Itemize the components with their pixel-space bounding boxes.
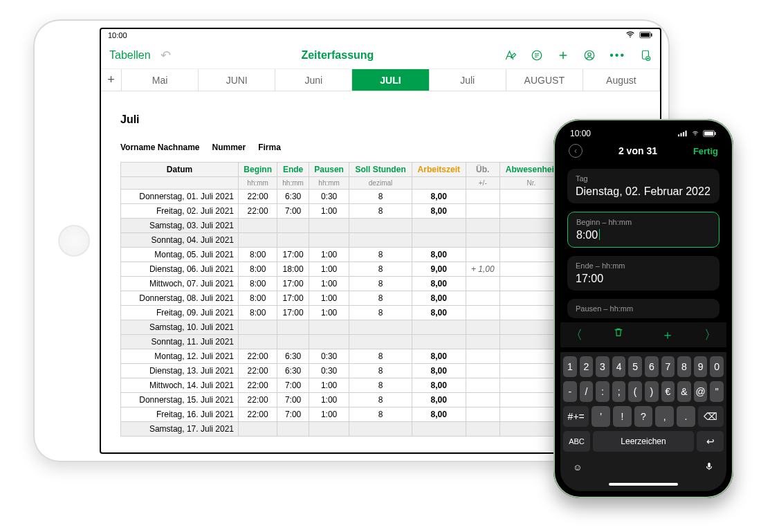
sheet-tab[interactable]: Juni xyxy=(275,69,352,91)
svg-rect-16 xyxy=(704,131,713,136)
battery-icon xyxy=(639,31,653,40)
key[interactable]: ) xyxy=(645,381,659,402)
share-icon[interactable] xyxy=(583,49,596,62)
field-ende[interactable]: Ende – hh:mm 17:00 xyxy=(567,256,719,291)
back-button[interactable]: Tabellen xyxy=(109,49,151,62)
th-ende: Ende xyxy=(277,163,309,177)
sheet-tab[interactable]: JULI xyxy=(352,69,429,91)
iphone-status-icons xyxy=(678,130,717,137)
th-pausen: Pausen xyxy=(309,163,349,177)
table-row[interactable]: Dienstag, 06. Juli 20218:0018:001:0089,0… xyxy=(121,262,563,277)
key-backspace[interactable]: ⌫ xyxy=(698,406,724,427)
key-mode-symbols[interactable]: #+= xyxy=(563,406,589,427)
keyboard-row-4: ABC Leerzeichen ↩ xyxy=(563,431,724,452)
page-title: Zeiterfassung xyxy=(171,49,505,62)
field-pausen[interactable]: Pausen – hh:mm xyxy=(567,299,719,318)
key[interactable]: ' xyxy=(592,406,610,427)
table-row[interactable]: Freitag, 09. Juli 20218:0017:001:0088,00 xyxy=(121,306,563,320)
sheet-tab[interactable]: August xyxy=(583,69,660,91)
sheet-tab[interactable]: Juli xyxy=(430,69,506,91)
key[interactable]: 1 xyxy=(563,356,577,377)
meta-firma: Firma xyxy=(258,143,281,152)
key[interactable]: . xyxy=(677,406,695,427)
key[interactable]: ( xyxy=(628,381,642,402)
key[interactable]: ! xyxy=(613,406,632,427)
keyboard-accessory: 〈 ＋ 〉 xyxy=(560,322,726,347)
key[interactable]: 5 xyxy=(628,356,642,377)
key[interactable]: 2 xyxy=(580,356,594,377)
svg-point-0 xyxy=(630,37,631,38)
table-row[interactable]: Mittwoch, 14. Juli 202122:007:001:0088,0… xyxy=(121,378,563,393)
prev-record-icon[interactable]: 〈 xyxy=(570,327,583,343)
th-ueb: Üb. xyxy=(466,163,499,177)
iphone-navbar: ‹ 2 von 31 Fertig xyxy=(560,141,726,165)
table-row[interactable]: Samstag, 17. Juli 2021 xyxy=(121,422,563,437)
add-icon[interactable] xyxy=(557,49,569,62)
key-space[interactable]: Leerzeichen xyxy=(593,431,694,452)
key[interactable]: 3 xyxy=(596,356,609,377)
table-row[interactable]: Montag, 12. Juli 202122:006:300:3088,00 xyxy=(121,349,563,364)
key[interactable]: 7 xyxy=(661,356,675,377)
keyboard-row-3: #+= '!?,. ⌫ xyxy=(563,406,724,427)
done-button[interactable]: Fertig xyxy=(693,146,718,156)
keyboard-row-2: -/:;()€&@" xyxy=(563,381,724,402)
meta-number: Nummer xyxy=(212,143,246,152)
undo-button[interactable]: ↶ xyxy=(161,48,171,63)
key[interactable]: - xyxy=(563,381,577,402)
timesheet-table[interactable]: Datum Beginn Ende Pausen Soll Stunden Ar… xyxy=(120,162,563,437)
table-row[interactable]: Freitag, 02. Juli 202122:007:001:0088,00 xyxy=(121,204,563,219)
key[interactable]: : xyxy=(596,381,609,402)
table-row[interactable]: Sonntag, 04. Juli 2021 xyxy=(121,233,563,248)
key[interactable]: 8 xyxy=(677,356,691,377)
key[interactable]: 0 xyxy=(710,356,724,377)
mic-icon[interactable] xyxy=(704,460,714,475)
key[interactable]: @ xyxy=(694,381,708,402)
field-tag-value: Dienstag, 02. Februar 2022 xyxy=(576,185,711,198)
table-row[interactable]: Montag, 05. Juli 20218:0017:001:0088,00 xyxy=(121,248,563,262)
key[interactable]: ; xyxy=(612,381,626,402)
key[interactable]: 9 xyxy=(694,356,708,377)
key[interactable]: / xyxy=(580,381,594,402)
field-beginn[interactable]: Beginn – hh:mm 8:00 xyxy=(567,212,719,248)
home-button[interactable] xyxy=(58,225,90,257)
table-row[interactable]: Donnerstag, 15. Juli 202122:007:001:0088… xyxy=(121,393,563,407)
field-tag[interactable]: Tag Dienstag, 02. Februar 2022 xyxy=(567,169,719,203)
key[interactable]: & xyxy=(677,381,691,402)
add-record-icon[interactable]: ＋ xyxy=(661,327,674,343)
meta-name: Vorname Nachname xyxy=(120,143,200,152)
svg-rect-12 xyxy=(686,131,687,136)
table-row[interactable]: Mittwoch, 07. Juli 20218:0017:001:0088,0… xyxy=(121,277,563,291)
delete-record-icon[interactable] xyxy=(613,327,624,343)
table-row[interactable]: Sonntag, 11. Juli 2021 xyxy=(121,335,563,349)
back-circle-icon[interactable]: ‹ xyxy=(569,144,583,158)
ipad-statusbar: 10:00 xyxy=(101,29,660,42)
table-row[interactable]: Donnerstag, 01. Juli 202122:006:300:3088… xyxy=(121,190,563,204)
field-ende-label: Ende – hh:mm xyxy=(576,262,711,270)
field-beginn-value: 8:00 xyxy=(576,229,710,241)
table-row[interactable]: Dienstag, 13. Juli 202122:006:300:3088,0… xyxy=(121,364,563,378)
field-ende-value: 17:00 xyxy=(576,273,711,285)
sheet-tab[interactable]: Mai xyxy=(122,69,199,91)
key-mode-abc[interactable]: ABC xyxy=(563,431,590,452)
key[interactable]: , xyxy=(655,406,674,427)
next-record-icon[interactable]: 〉 xyxy=(704,327,717,343)
table-row[interactable]: Samstag, 10. Juli 2021 xyxy=(121,320,563,335)
key[interactable]: " xyxy=(710,381,724,402)
iphone-device: 10:00 ‹ 2 von 31 Fertig Tag Dienstag, 02… xyxy=(553,119,733,498)
table-row[interactable]: Donnerstag, 08. Juli 20218:0017:001:0088… xyxy=(121,291,563,306)
key-return[interactable]: ↩ xyxy=(697,431,724,452)
sheet-tab[interactable]: AUGUST xyxy=(506,69,583,91)
sheet-tab[interactable]: JUNI xyxy=(199,69,275,91)
key[interactable]: 6 xyxy=(645,356,659,377)
table-row[interactable]: Freitag, 16. Juli 202122:007:001:0088,00 xyxy=(121,407,563,422)
more-icon[interactable]: ••• xyxy=(609,49,625,62)
emoji-icon[interactable]: ☺ xyxy=(573,462,582,473)
comment-icon[interactable] xyxy=(531,49,543,62)
document-icon[interactable] xyxy=(639,49,652,62)
key[interactable]: 4 xyxy=(612,356,626,377)
key[interactable]: ? xyxy=(634,406,653,427)
format-icon[interactable] xyxy=(504,49,517,62)
key[interactable]: € xyxy=(661,381,675,402)
table-row[interactable]: Samstag, 03. Juli 2021 xyxy=(121,219,563,233)
add-sheet-button[interactable]: + xyxy=(101,69,122,91)
